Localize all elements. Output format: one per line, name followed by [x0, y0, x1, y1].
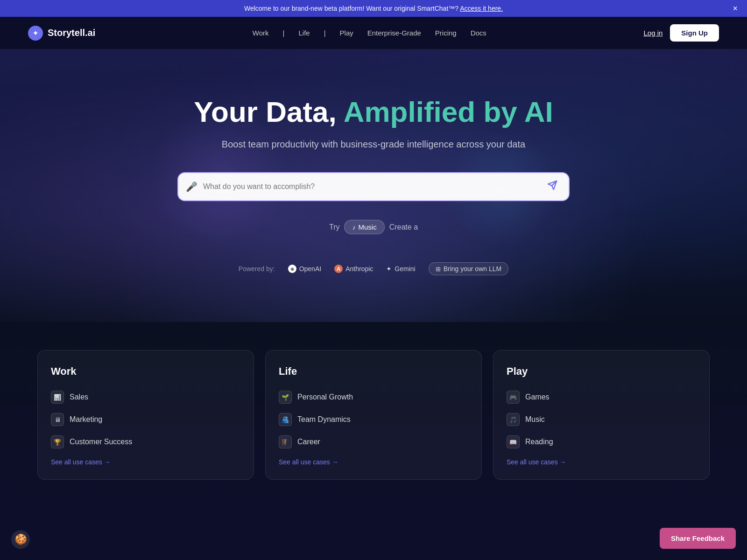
- sales-label: Sales: [70, 393, 88, 401]
- try-row: Try ♪ Music Create a: [28, 220, 719, 234]
- music-chip[interactable]: ♪ Music: [344, 220, 384, 234]
- powered-row: Powered by: ⊕ OpenAI A Anthropic Gemini …: [28, 262, 719, 275]
- openai-icon: ⊕: [288, 265, 296, 273]
- card-life-item-career[interactable]: 🧗 Career: [279, 435, 468, 448]
- games-icon: 🎮: [507, 391, 520, 404]
- card-work-item-marketing[interactable]: 🖥 Marketing: [51, 413, 240, 426]
- sales-icon: 📊: [51, 391, 64, 404]
- nav-links: Work | Life | Play Enterprise-Grade Pric…: [247, 26, 492, 40]
- logo[interactable]: ✦ Storytell.ai: [28, 26, 95, 41]
- navbar-actions: Log in Sign Up: [643, 24, 719, 42]
- music-label: Music: [525, 415, 545, 424]
- openai-label: OpenAI: [299, 265, 321, 273]
- anthropic-icon: A: [334, 265, 343, 273]
- cards-section: Work 📊 Sales 🖥 Marketing 🏆 Customer Succ…: [0, 322, 747, 517]
- card-life-title: Life: [279, 365, 468, 378]
- hero-subtitle: Boost team productivity with business-gr…: [28, 139, 719, 150]
- hero-title-highlight: Amplified by AI: [344, 96, 553, 128]
- nav-life[interactable]: Life: [293, 26, 315, 40]
- marketing-icon: 🖥: [51, 413, 64, 426]
- hero-title: Your Data, Amplified by AI: [28, 96, 719, 128]
- customer-success-icon: 🏆: [51, 435, 64, 448]
- career-label: Career: [297, 438, 320, 446]
- music-icon: 🎵: [507, 413, 520, 426]
- card-life: Life 🌱 Personal Growth 🫂 Team Dynamics 🧗…: [265, 350, 482, 480]
- card-work-item-sales[interactable]: 📊 Sales: [51, 391, 240, 404]
- login-button[interactable]: Log in: [643, 29, 662, 37]
- card-life-item-personal-growth[interactable]: 🌱 Personal Growth: [279, 391, 468, 404]
- nav-play[interactable]: Play: [334, 26, 359, 40]
- card-work-item-customer-success[interactable]: 🏆 Customer Success: [51, 435, 240, 448]
- cookie-icon[interactable]: 🍪: [11, 530, 30, 549]
- logo-icon: ✦: [28, 26, 43, 41]
- card-play-title: Play: [507, 365, 696, 378]
- reading-icon: 📖: [507, 435, 520, 448]
- try-label: Try: [329, 223, 340, 231]
- banner-close-button[interactable]: ×: [733, 4, 738, 14]
- gemini-label: Gemini: [395, 265, 415, 273]
- provider-gemini[interactable]: Gemini: [386, 265, 415, 273]
- search-container: 🎤: [177, 172, 570, 201]
- card-work: Work 📊 Sales 🖥 Marketing 🏆 Customer Succ…: [37, 350, 254, 480]
- music-chip-label: Music: [358, 223, 376, 231]
- byollm-icon: ⊞: [436, 266, 441, 273]
- navbar: ✦ Storytell.ai Work | Life | Play Enterp…: [0, 17, 747, 49]
- provider-openai[interactable]: ⊕ OpenAI: [288, 265, 321, 273]
- send-icon: [547, 180, 557, 190]
- gemini-icon: [386, 265, 392, 273]
- hero-section: Your Data, Amplified by AI Boost team pr…: [0, 49, 747, 322]
- personal-growth-label: Personal Growth: [297, 393, 353, 401]
- customer-success-label: Customer Success: [70, 438, 132, 446]
- card-life-item-team-dynamics[interactable]: 🫂 Team Dynamics: [279, 413, 468, 426]
- provider-anthropic[interactable]: A Anthropic: [334, 265, 373, 273]
- banner-link[interactable]: Access it here.: [460, 5, 503, 12]
- card-play: Play 🎮 Games 🎵 Music 📖 Reading See all u…: [493, 350, 710, 480]
- reading-label: Reading: [525, 438, 553, 446]
- byollm-label: Bring your own LLM: [444, 265, 502, 273]
- nav-docs[interactable]: Docs: [465, 26, 492, 40]
- play-see-all-link[interactable]: See all use cases →: [507, 458, 566, 466]
- life-see-all-link[interactable]: See all use cases →: [279, 458, 338, 466]
- powered-label: Powered by:: [239, 265, 275, 273]
- hero-title-plain: Your Data,: [194, 96, 336, 128]
- team-dynamics-label: Team Dynamics: [297, 415, 351, 424]
- nav-sep-2: |: [318, 26, 331, 40]
- music-chip-icon: ♪: [352, 224, 355, 231]
- card-work-title: Work: [51, 365, 240, 378]
- nav-sep-1: |: [277, 26, 290, 40]
- banner-text: Welcome to our brand-new beta platform! …: [244, 5, 503, 12]
- top-banner: Welcome to our brand-new beta platform! …: [0, 0, 747, 17]
- card-play-item-reading[interactable]: 📖 Reading: [507, 435, 696, 448]
- games-label: Games: [525, 393, 550, 401]
- signup-button[interactable]: Sign Up: [670, 24, 719, 42]
- share-feedback-button[interactable]: Share Feedback: [660, 528, 736, 549]
- nav-pricing[interactable]: Pricing: [430, 26, 462, 40]
- nav-enterprise[interactable]: Enterprise-Grade: [362, 26, 427, 40]
- create-label: Create a: [389, 223, 418, 231]
- card-play-item-games[interactable]: 🎮 Games: [507, 391, 696, 404]
- team-dynamics-icon: 🫂: [279, 413, 292, 426]
- work-see-all-link[interactable]: See all use cases →: [51, 458, 111, 466]
- search-input[interactable]: [203, 173, 543, 200]
- nav-work[interactable]: Work: [247, 26, 275, 40]
- byollm-button[interactable]: ⊞ Bring your own LLM: [429, 262, 509, 275]
- microphone-icon[interactable]: 🎤: [186, 181, 197, 192]
- anthropic-label: Anthropic: [345, 265, 373, 273]
- marketing-label: Marketing: [70, 415, 102, 424]
- logo-text: Storytell.ai: [48, 28, 95, 38]
- card-play-item-music[interactable]: 🎵 Music: [507, 413, 696, 426]
- search-submit-button[interactable]: [543, 176, 561, 197]
- career-icon: 🧗: [279, 435, 292, 448]
- personal-growth-icon: 🌱: [279, 391, 292, 404]
